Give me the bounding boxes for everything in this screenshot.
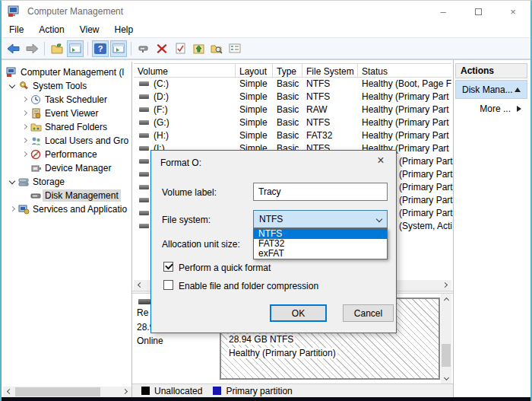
back-icon[interactable] (5, 40, 22, 57)
volume-icon (139, 159, 149, 164)
legend-label: Primary partition (226, 386, 292, 396)
partition-size-label: 28.94 GB NTFS (227, 334, 295, 345)
diskview-vertical-scrollbar[interactable] (441, 294, 451, 383)
cell-status: Healthy (Primary Part (362, 91, 449, 102)
tree-item-shared-folders[interactable]: Shared Folders (3, 120, 131, 134)
cell-volume: (G:) (154, 117, 169, 128)
legend-primary-partition: Primary partition (213, 386, 292, 396)
tree-item-local-users-groups[interactable]: Local Users and Gro (3, 134, 131, 148)
device-icon (30, 163, 42, 173)
cell-type: Basic (277, 104, 299, 115)
scrollbar-thumb[interactable] (15, 387, 100, 396)
action-pane-toggle-icon[interactable] (110, 40, 127, 57)
dialog-close-icon[interactable]: × (373, 154, 388, 167)
collapse-up-icon[interactable] (515, 88, 521, 92)
forward-icon[interactable] (24, 40, 40, 57)
format-dialog: Format O: × Volume label: File system: N… (150, 150, 397, 333)
tools-icon (18, 81, 30, 91)
cell-status: (Primary Part (399, 195, 453, 205)
tree-item-disk-management[interactable]: Disk Management (3, 189, 131, 202)
volume-row[interactable]: (F:) Simple Basic RAW Healthy (Primary P… (134, 103, 452, 116)
volume-row[interactable]: (G:) Simple Basic NTFS Healthy (Primary … (134, 116, 452, 129)
scroll-down-icon[interactable] (441, 373, 451, 383)
cell-type: Basic (277, 78, 299, 89)
volume-row[interactable]: (H:) Simple Basic FAT32 Healthy (Primary… (134, 129, 452, 142)
cell-type: Basic (277, 130, 299, 141)
chevron-right-icon[interactable] (20, 94, 30, 105)
tree-item-services-applications[interactable]: Services and Applicatio (3, 202, 131, 216)
menu-file[interactable]: File (2, 23, 31, 37)
cell-status: Healthy (Primary Part (362, 117, 449, 128)
cancel-button[interactable]: Cancel (343, 304, 394, 322)
tree-item-label: System Tools (33, 81, 87, 91)
menu-view[interactable]: View (72, 23, 107, 37)
tree-item-label: Local Users and Gro (45, 135, 128, 146)
cell-status: Healthy (Primary Part (362, 130, 449, 141)
scroll-up-icon[interactable] (441, 294, 451, 304)
actions-item-disk-management[interactable]: Disk Mana... (455, 80, 527, 99)
maximize-button[interactable] (461, 1, 496, 22)
chevron-right-icon[interactable] (20, 149, 30, 160)
chevron-right-icon[interactable] (20, 135, 30, 146)
tree-item-event-viewer[interactable]: Event Viewer (3, 107, 131, 120)
chevron-down-icon[interactable] (8, 81, 18, 91)
column-header-layout[interactable]: Layout (236, 64, 273, 78)
chevron-right-icon[interactable] (20, 108, 30, 119)
scrollbar-thumb[interactable] (442, 344, 451, 367)
ok-button[interactable]: OK (270, 304, 327, 322)
column-header-volume[interactable]: Volume (134, 64, 236, 78)
folder-up-icon[interactable] (190, 40, 207, 57)
chevron-down-icon[interactable] (8, 177, 18, 187)
tree-horizontal-scrollbar[interactable] (3, 387, 131, 397)
volume-icon (139, 185, 149, 189)
tree-item-label: Performance (45, 149, 97, 160)
properties-icon[interactable] (226, 40, 243, 57)
actions-item-more[interactable]: More ... (455, 100, 527, 117)
column-header-type[interactable]: Type (273, 64, 302, 78)
file-system-combobox[interactable]: NTFS (253, 210, 388, 228)
dialog-title: Format O: (160, 158, 201, 168)
folder-search-icon[interactable] (208, 40, 225, 57)
column-header-filesystem[interactable]: File System (302, 64, 358, 78)
console-tool-icon[interactable] (135, 40, 152, 57)
dropdown-option-exfat[interactable]: exFAT (254, 249, 387, 259)
tree-item-task-scheduler[interactable]: Task Scheduler (3, 93, 131, 107)
tree-item-label: Device Manager (45, 163, 111, 173)
scroll-right-icon[interactable] (121, 387, 131, 397)
tree-item-system-tools[interactable]: System Tools (3, 79, 131, 93)
actions-item-label: More ... (480, 103, 511, 114)
open-folder-icon[interactable] (49, 40, 65, 57)
volume-icon (139, 198, 149, 202)
column-header-status[interactable]: Status (358, 64, 452, 78)
delete-icon[interactable] (154, 40, 170, 57)
allocation-unit-label: Allocation unit size: (162, 239, 240, 250)
cell-volume: (H:) (154, 130, 169, 141)
compression-label: Enable file and folder compression (179, 281, 318, 291)
help-icon[interactable]: ? (92, 40, 109, 57)
menu-action[interactable]: Action (31, 23, 71, 37)
chevron-right-icon[interactable] (20, 122, 30, 132)
expand-right-icon[interactable] (517, 106, 521, 112)
volume-label-input[interactable] (253, 183, 388, 201)
scroll-left-icon[interactable] (134, 280, 144, 291)
file-system-dropdown-list: NTFS FAT32 exFAT (253, 228, 388, 259)
volume-row[interactable]: (D:) Simple Basic NTFS Healthy (Primary … (134, 91, 452, 103)
scroll-right-icon[interactable] (441, 280, 451, 291)
check-document-icon[interactable] (172, 40, 188, 57)
close-button[interactable]: × (496, 1, 530, 22)
console-tree-toggle-icon[interactable] (67, 40, 84, 57)
minimize-button[interactable]: – (426, 1, 461, 22)
tree-item-device-manager[interactable]: Device Manager (3, 161, 131, 175)
cell-layout: Simple (239, 130, 268, 141)
chevron-right-icon[interactable] (8, 204, 18, 215)
quick-format-checkbox[interactable] (163, 262, 173, 272)
tree-item-label: Shared Folders (45, 122, 107, 132)
volume-row[interactable]: (C:) Simple Basic NTFS Healthy (Boot, Pa… (134, 78, 452, 91)
tree-item-storage[interactable]: Storage (3, 175, 131, 189)
tree-item-computer-management[interactable]: Computer Management (l (3, 65, 131, 79)
compression-checkbox[interactable] (163, 280, 173, 290)
chevron-down-icon[interactable] (376, 216, 382, 222)
scroll-left-icon[interactable] (3, 387, 14, 397)
menu-help[interactable]: Help (107, 23, 141, 37)
tree-item-performance[interactable]: Performance (3, 148, 131, 161)
